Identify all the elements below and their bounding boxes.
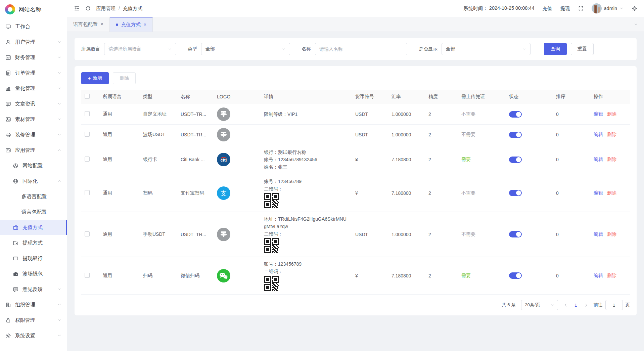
sidebar-item-multi-language-config[interactable]: 多语言配置 xyxy=(0,189,67,204)
status-toggle[interactable] xyxy=(509,272,522,279)
sidebar-item-permission-management[interactable]: 权限管理 xyxy=(0,312,67,328)
tether-logo-icon xyxy=(217,228,230,241)
cell-currency: ¥ xyxy=(352,174,388,212)
delete-button[interactable]: 删除 xyxy=(113,72,136,84)
monitor-icon xyxy=(5,24,12,30)
sidebar-item-organization-management[interactable]: 组织管理 xyxy=(0,297,67,312)
row-checkbox[interactable] xyxy=(85,111,90,116)
withdraw-link[interactable]: 提现 xyxy=(560,5,570,12)
recharge-link[interactable]: 充值 xyxy=(543,5,552,12)
filter-type-select[interactable]: 全部 xyxy=(201,43,290,55)
fullscreen-icon[interactable] xyxy=(578,6,584,11)
filter-name-input[interactable] xyxy=(315,43,407,55)
cell-actions: 编辑删除 xyxy=(590,125,630,145)
row-checkbox[interactable] xyxy=(85,190,90,195)
qr-code xyxy=(264,193,349,208)
filter-visible-select[interactable]: 全部 xyxy=(442,43,531,55)
goto-page-input[interactable] xyxy=(605,300,623,310)
delete-link[interactable]: 删除 xyxy=(607,157,616,162)
edit-link[interactable]: 编辑 xyxy=(594,132,603,137)
sidebar-item-site-config[interactable]: 网站配置 xyxy=(0,158,67,173)
sidebar-item-order-management[interactable]: 订单管理 xyxy=(0,65,67,81)
filter-type-value: 全部 xyxy=(205,46,215,52)
sidebar-item-i18n[interactable]: 国际化 xyxy=(0,173,67,189)
status-toggle[interactable] xyxy=(509,190,522,196)
cell-type: 银行卡 xyxy=(140,145,177,174)
settings-gear-icon[interactable] xyxy=(632,6,637,11)
sidebar-item-workbench[interactable]: 工作台 xyxy=(0,19,67,34)
cell-name: USDT–TR... xyxy=(177,212,214,257)
prev-page-icon[interactable] xyxy=(563,303,568,307)
next-page-icon[interactable] xyxy=(584,303,588,307)
cell-actions: 编辑删除 xyxy=(590,257,630,295)
sidebar-item-tron-wallet[interactable]: 波场钱包 xyxy=(0,266,67,281)
filter-language-select[interactable]: 请选择所属语言 xyxy=(104,43,176,55)
sidebar-item-app-management[interactable]: 应用管理 xyxy=(0,142,67,158)
status-toggle[interactable] xyxy=(509,231,522,237)
voucher-status: 需要 xyxy=(461,157,471,162)
sidebar-item-finance-management[interactable]: 财务管理 xyxy=(0,50,67,65)
status-toggle[interactable] xyxy=(509,111,522,118)
tab-recharge-method[interactable]: 充值方式× xyxy=(110,17,153,32)
tab-close-icon[interactable]: × xyxy=(101,22,103,27)
sidebar-item-material-management[interactable]: 素材管理 xyxy=(0,112,67,127)
delete-link[interactable]: 删除 xyxy=(607,231,616,237)
cell-precision: 2 xyxy=(425,257,458,295)
edit-link[interactable]: 编辑 xyxy=(594,273,603,278)
decorate-icon xyxy=(5,132,12,138)
edit-link[interactable]: 编辑 xyxy=(594,231,603,237)
status-toggle[interactable] xyxy=(509,157,522,163)
delete-link[interactable]: 删除 xyxy=(607,132,616,137)
row-checkbox[interactable] xyxy=(85,132,90,137)
sidebar-item-user-management[interactable]: 用户管理 xyxy=(0,34,67,50)
tabbar-chevron-down-icon[interactable] xyxy=(634,22,644,26)
table-row: 通用波场USDTUSDT–TR...USDT1.0000002不需要0编辑删除 xyxy=(81,125,630,145)
main-area: 应用管理 / 充值方式 系统时间： 2024-10-25 00:08:44 充值… xyxy=(67,0,644,351)
edit-link[interactable]: 编辑 xyxy=(594,157,603,162)
table-row: 通用银行卡Citi Bank ...citi银行：测试银行名称账号：123456… xyxy=(81,145,630,174)
search-button[interactable]: 查询 xyxy=(544,43,567,55)
cell-status xyxy=(506,174,553,212)
delete-link[interactable]: 删除 xyxy=(607,111,616,117)
reset-button[interactable]: 重置 xyxy=(571,43,594,55)
chevron-up-icon xyxy=(57,148,61,152)
sidebar-item-system-settings[interactable]: 系统设置 xyxy=(0,328,67,343)
edit-link[interactable]: 编辑 xyxy=(594,111,603,117)
page-number[interactable]: 1 xyxy=(573,303,579,308)
select-all-checkbox[interactable] xyxy=(85,94,90,99)
row-checkbox[interactable] xyxy=(85,231,90,236)
edit-link[interactable]: 编辑 xyxy=(594,190,603,195)
sidebar-item-withdraw-bank[interactable]: 提现银行 xyxy=(0,251,67,266)
sidebar-item-feedback[interactable]: 意见反馈 xyxy=(0,281,67,297)
delete-link[interactable]: 删除 xyxy=(607,273,616,278)
tab-language-pack-config[interactable]: 语言包配置× xyxy=(67,17,110,32)
tab-close-icon[interactable]: × xyxy=(144,22,146,27)
sidebar-item-article-news[interactable]: 文章资讯 xyxy=(0,96,67,112)
svg-text:支: 支 xyxy=(221,189,227,196)
cell-name: USDT–TR... xyxy=(177,125,214,145)
tabbar: 语言包配置×充值方式× xyxy=(67,17,644,32)
breadcrumb-item[interactable]: 应用管理 xyxy=(96,5,116,12)
chevron-down-icon xyxy=(57,334,61,338)
sidebar-item-language-pack-config[interactable]: 语言包配置 xyxy=(0,204,67,220)
row-checkbox[interactable] xyxy=(85,157,90,162)
refresh-icon[interactable] xyxy=(85,6,91,11)
sidebar-item-recharge-method[interactable]: 充值方式 xyxy=(0,220,67,235)
delete-link[interactable]: 删除 xyxy=(607,190,616,195)
add-button-label: 新增 xyxy=(93,75,102,81)
status-toggle[interactable] xyxy=(509,132,522,138)
column-header: 所属语言 xyxy=(99,90,140,104)
sidebar-collapse-icon[interactable] xyxy=(74,5,80,11)
sidebar-item-withdraw-method[interactable]: 提现方式 xyxy=(0,235,67,251)
sidebar-item-decoration-management[interactable]: 装修管理 xyxy=(0,127,67,142)
add-button[interactable]: + 新增 xyxy=(81,72,109,84)
cell-status xyxy=(506,104,553,125)
row-checkbox[interactable] xyxy=(85,273,90,278)
chevron-down-icon xyxy=(282,47,286,51)
sidebar-item-label: 提现银行 xyxy=(22,255,61,262)
sidebar-item-label: 网站配置 xyxy=(22,163,61,169)
user-menu[interactable]: admin xyxy=(592,3,624,13)
page-size-select[interactable]: 20条/页 xyxy=(521,300,558,310)
sidebar-item-quant-management[interactable]: 量化管理 xyxy=(0,81,67,96)
withdraw-icon xyxy=(13,240,19,246)
